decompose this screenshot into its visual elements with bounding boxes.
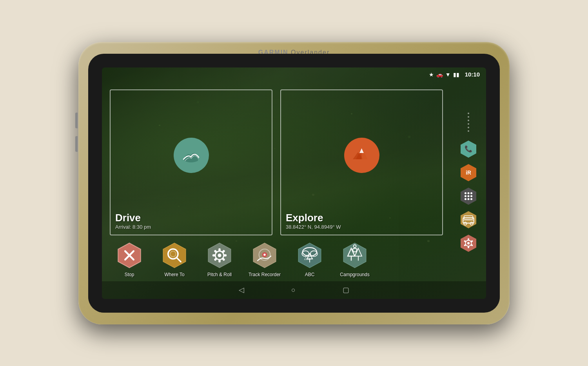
explore-card-title: Explore	[286, 212, 437, 224]
drive-card-subtitle: Arrival: 8:30 pm	[115, 224, 267, 230]
app-track-recorder[interactable]: Track Recorder	[245, 241, 284, 277]
side-button-bottom[interactable]	[75, 136, 78, 152]
stop-hex-bg	[115, 241, 143, 269]
svg-point-54	[468, 198, 470, 200]
app-stop-hex	[115, 241, 143, 269]
app-pitch-roll-hex	[205, 241, 234, 269]
apps-hex-svg	[459, 186, 478, 206]
app-stop[interactable]: Stop	[110, 241, 149, 277]
sidebar-irouter[interactable]: iR	[458, 162, 479, 183]
app-abc[interactable]: ABC	[290, 241, 329, 277]
svg-rect-23	[212, 254, 215, 256]
svg-point-28	[263, 253, 265, 255]
drive-card-title: Drive	[115, 212, 267, 224]
svg-point-55	[470, 198, 472, 200]
settings-hex-svg	[459, 233, 478, 253]
app-pitch-roll[interactable]: Pitch & Roll	[200, 241, 239, 277]
explore-icon-svg	[351, 144, 372, 166]
status-bar: ★ 🚗 ▼ ▮▮ 10:10	[102, 67, 486, 82]
campgrounds-hex-bg	[341, 241, 369, 269]
app-where-to-label: Where To	[164, 272, 184, 277]
nav-home-button[interactable]: ○	[291, 286, 296, 294]
svg-rect-19	[224, 254, 227, 256]
phone-hex-svg: 📞	[459, 139, 478, 159]
abc-hex-bg	[296, 241, 324, 269]
dot-2	[468, 116, 469, 118]
explore-card[interactable]: Explore 38.8422° N, 94.8949° W	[280, 89, 443, 235]
device-screen: ★ 🚗 ▼ ▮▮ 10:10	[102, 67, 486, 299]
app-pitch-roll-label: Pitch & Roll	[207, 272, 232, 277]
explore-card-icon	[344, 138, 379, 173]
app-track-recorder-hex	[250, 241, 279, 269]
offroad-hex-svg	[459, 210, 478, 229]
svg-text:📞: 📞	[465, 145, 473, 153]
drive-card-icon	[174, 138, 209, 173]
dot-3	[468, 120, 469, 121]
dot-6	[468, 130, 469, 132]
nav-back-button[interactable]: ◁	[239, 286, 244, 294]
svg-point-48	[468, 192, 470, 194]
svg-rect-21	[218, 259, 220, 262]
wifi-icon: ▼	[445, 71, 451, 78]
svg-marker-29	[298, 243, 321, 268]
dot-5	[468, 127, 469, 128]
drive-icon-svg	[180, 144, 202, 166]
irouter-hex-svg: iR	[459, 163, 478, 182]
device-inner-bezel: ★ 🚗 ▼ ▮▮ 10:10	[88, 54, 500, 313]
sidebar-settings[interactable]	[458, 233, 479, 253]
svg-point-52	[470, 195, 472, 197]
svg-rect-65	[468, 239, 469, 240]
drive-card[interactable]: Drive Arrival: 8:30 pm	[110, 89, 272, 235]
svg-marker-10	[163, 243, 186, 268]
app-stop-label: Stop	[125, 272, 134, 277]
svg-point-49	[470, 192, 472, 194]
device-body: GARMIN Overlander ★ 🚗 ▼ ▮▮ 10:10	[78, 42, 510, 324]
sidebar-apps[interactable]	[458, 186, 479, 206]
nav-bar: ◁ ○ ▢	[102, 281, 486, 299]
svg-point-47	[465, 192, 466, 194]
top-cards-row: Drive Arrival: 8:30 pm	[110, 89, 443, 235]
svg-rect-68	[468, 246, 469, 248]
svg-text:iR: iR	[466, 170, 471, 176]
pitch-roll-hex-bg	[205, 241, 234, 269]
side-button-top[interactable]	[75, 113, 78, 128]
dot-1	[468, 113, 469, 114]
bottom-apps-row: Stop Where To	[110, 241, 443, 277]
where-to-hex-bg	[160, 241, 189, 269]
bluetooth-icon: ★	[429, 71, 434, 78]
svg-point-64	[467, 242, 470, 244]
svg-point-50	[465, 195, 466, 197]
explore-card-subtitle: 38.8422° N, 94.8949° W	[286, 224, 437, 230]
app-abc-label: ABC	[305, 272, 315, 277]
app-track-recorder-label: Track Recorder	[249, 272, 281, 277]
svg-point-16	[218, 253, 221, 257]
car-icon: 🚗	[436, 71, 443, 78]
main-content-area: Drive Arrival: 8:30 pm	[102, 82, 451, 281]
app-where-to-hex	[160, 241, 189, 269]
sidebar-phone[interactable]: 📞	[458, 139, 479, 159]
sidebar-dots	[468, 113, 469, 132]
right-sidebar: 📞 iR	[451, 67, 486, 299]
dot-4	[468, 123, 469, 125]
svg-rect-17	[218, 248, 220, 251]
svg-point-51	[468, 195, 470, 197]
sidebar-offroad[interactable]	[458, 209, 479, 230]
app-campgrounds-hex	[341, 241, 369, 269]
app-where-to[interactable]: Where To	[155, 241, 194, 277]
svg-point-53	[465, 198, 466, 200]
app-campgrounds[interactable]: Campgrounds	[335, 241, 374, 277]
app-campgrounds-label: Campgrounds	[340, 272, 369, 277]
nav-recent-button[interactable]: ▢	[343, 286, 349, 294]
app-abc-hex	[296, 241, 324, 269]
track-recorder-hex-bg	[250, 241, 279, 269]
